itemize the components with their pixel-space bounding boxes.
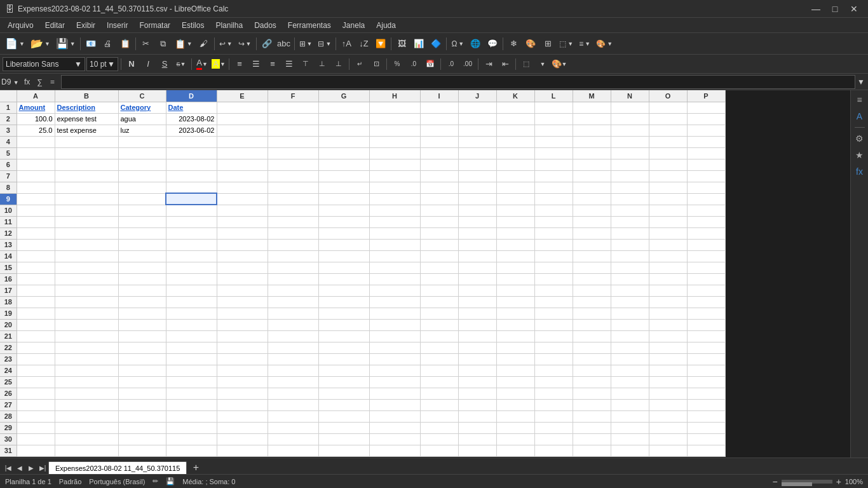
cell-E4[interactable] xyxy=(217,136,268,147)
cell-L6[interactable] xyxy=(534,159,573,170)
cell-P2[interactable] xyxy=(687,113,725,125)
redo-button[interactable]: ↪▼ xyxy=(236,36,254,52)
cell-B11[interactable] xyxy=(55,216,118,227)
cell-M15[interactable] xyxy=(573,262,611,273)
cell-N2[interactable] xyxy=(611,113,649,125)
cell-I31[interactable] xyxy=(420,445,458,456)
cell-A18[interactable] xyxy=(17,296,55,308)
cell-E26[interactable] xyxy=(217,388,268,399)
cell-J3[interactable] xyxy=(458,125,496,136)
cell-G31[interactable] xyxy=(318,445,369,456)
cell-D2[interactable]: 2023-08-02 xyxy=(166,113,217,125)
cell-E11[interactable] xyxy=(217,216,268,227)
cell-K17[interactable] xyxy=(496,285,534,296)
cell-O25[interactable] xyxy=(649,376,687,388)
bold-button[interactable]: N xyxy=(124,57,139,71)
cell-J27[interactable] xyxy=(458,399,496,410)
cell-H19[interactable] xyxy=(369,308,420,319)
cell-O5[interactable] xyxy=(649,147,687,159)
cell-D30[interactable] xyxy=(166,433,217,445)
cell-M28[interactable] xyxy=(573,410,611,422)
zoom-slider[interactable] xyxy=(782,480,832,484)
paste-button[interactable]: 📋▼ xyxy=(172,36,195,52)
cell-A4[interactable] xyxy=(17,136,55,147)
cell-E21[interactable] xyxy=(217,330,268,342)
cell-C7[interactable] xyxy=(118,170,166,182)
cell-A8[interactable] xyxy=(17,182,55,193)
cell-C29[interactable] xyxy=(118,422,166,433)
italic-button[interactable]: I xyxy=(140,57,156,71)
cell-M29[interactable] xyxy=(573,422,611,433)
menu-arquivo[interactable]: Arquivo xyxy=(3,20,39,31)
merge-cells-button[interactable]: ⊡ xyxy=(369,57,384,71)
cell-N17[interactable] xyxy=(611,285,649,296)
cell-F24[interactable] xyxy=(268,365,318,376)
cell-B10[interactable] xyxy=(55,205,118,216)
cell-P17[interactable] xyxy=(687,285,725,296)
cell-L10[interactable] xyxy=(534,205,573,216)
cell-M25[interactable] xyxy=(573,376,611,388)
col-header-G[interactable]: G xyxy=(318,90,369,102)
cell-N19[interactable] xyxy=(611,308,649,319)
cell-K22[interactable] xyxy=(496,342,534,353)
maximize-button[interactable]: □ xyxy=(826,2,844,16)
font-size-selector[interactable]: 10 pt ▼ xyxy=(86,57,118,71)
cell-K6[interactable] xyxy=(496,159,534,170)
cell-D16[interactable] xyxy=(166,273,217,285)
cell-O31[interactable] xyxy=(649,445,687,456)
cell-M30[interactable] xyxy=(573,433,611,445)
cell-A21[interactable] xyxy=(17,330,55,342)
cell-D8[interactable] xyxy=(166,182,217,193)
cell-M9[interactable] xyxy=(573,193,611,205)
cell-P7[interactable] xyxy=(687,170,725,182)
cell-O1[interactable] xyxy=(649,102,687,113)
cell-N4[interactable] xyxy=(611,136,649,147)
cell-L31[interactable] xyxy=(534,445,573,456)
cell-N16[interactable] xyxy=(611,273,649,285)
cell-E16[interactable] xyxy=(217,273,268,285)
cell-L24[interactable] xyxy=(534,365,573,376)
cell-O23[interactable] xyxy=(649,353,687,365)
cell-H7[interactable] xyxy=(369,170,420,182)
cell-G21[interactable] xyxy=(318,330,369,342)
cell-C25[interactable] xyxy=(118,376,166,388)
row-header-5[interactable]: 5 xyxy=(0,147,17,159)
cell-A6[interactable] xyxy=(17,159,55,170)
justify-button[interactable]: ☰ xyxy=(281,57,297,71)
row-header-3[interactable]: 3 xyxy=(0,125,17,136)
cell-M18[interactable] xyxy=(573,296,611,308)
cell-N12[interactable] xyxy=(611,227,649,239)
cell-E8[interactable] xyxy=(217,182,268,193)
cell-H26[interactable] xyxy=(369,388,420,399)
cell-G4[interactable] xyxy=(318,136,369,147)
cell-N3[interactable] xyxy=(611,125,649,136)
cell-D7[interactable] xyxy=(166,170,217,182)
row-header-31[interactable]: 31 xyxy=(0,445,17,456)
cell-M10[interactable] xyxy=(573,205,611,216)
cell-I11[interactable] xyxy=(420,216,458,227)
decrease-indent-button[interactable]: ⇤ xyxy=(498,57,513,71)
cell-D9[interactable] xyxy=(166,193,217,205)
cell-P4[interactable] xyxy=(687,136,725,147)
cell-N24[interactable] xyxy=(611,365,649,376)
menu-planilha[interactable]: Planilha xyxy=(210,20,248,31)
cell-F21[interactable] xyxy=(268,330,318,342)
cell-B5[interactable] xyxy=(55,147,118,159)
menu-formatar[interactable]: Formatar xyxy=(134,20,175,31)
cell-K21[interactable] xyxy=(496,330,534,342)
cell-J30[interactable] xyxy=(458,433,496,445)
cell-C26[interactable] xyxy=(118,388,166,399)
cell-P21[interactable] xyxy=(687,330,725,342)
cell-H30[interactable] xyxy=(369,433,420,445)
cell-F19[interactable] xyxy=(268,308,318,319)
zoom-in-button[interactable]: + xyxy=(836,477,841,487)
cell-D26[interactable] xyxy=(166,388,217,399)
cell-A14[interactable] xyxy=(17,250,55,262)
cell-M14[interactable] xyxy=(573,250,611,262)
cell-G6[interactable] xyxy=(318,159,369,170)
cell-B24[interactable] xyxy=(55,365,118,376)
cell-L5[interactable] xyxy=(534,147,573,159)
cell-I4[interactable] xyxy=(420,136,458,147)
cell-J22[interactable] xyxy=(458,342,496,353)
cell-N8[interactable] xyxy=(611,182,649,193)
